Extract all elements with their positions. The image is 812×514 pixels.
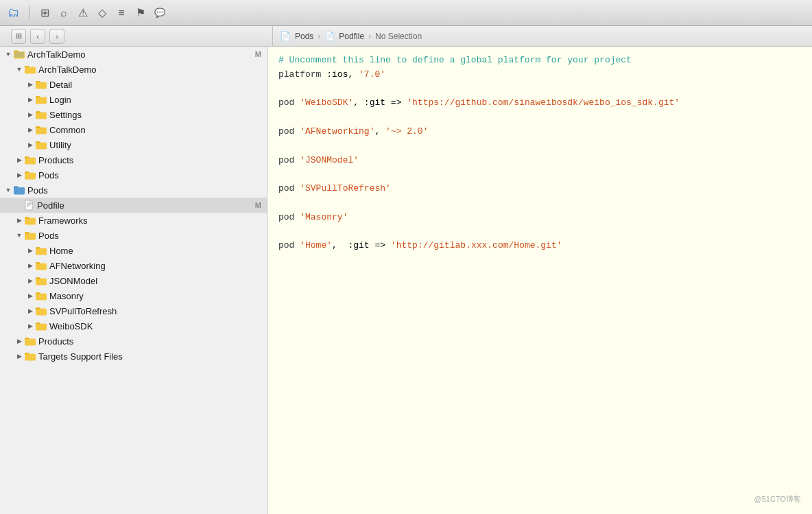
expand-arrow[interactable] [25,94,36,105]
back-button[interactable]: ‹ [30,29,45,44]
expand-arrow[interactable] [25,290,36,301]
keyword-pod5: pod [278,212,294,222]
expand-arrow[interactable] [14,351,25,362]
expand-arrow[interactable] [25,320,36,331]
svg-rect-30 [14,187,25,194]
keyword-pod2: pod [278,126,294,137]
code-line-blank-6 [278,225,801,240]
diamond-icon[interactable]: ◇ [95,6,109,20]
folder-icon [36,275,47,286]
expand-arrow[interactable] [14,64,25,75]
svg-rect-66 [25,354,36,360]
toolbar: 🗂 ⊞ ⌕ ⚠ ◇ ≡ ⚑ 💬 [0,0,812,26]
expand-arrow[interactable] [3,185,14,196]
breadcrumb-pods-label[interactable]: Pods [295,32,313,41]
sidebar-item-products1[interactable]: Products [0,152,267,167]
expand-arrow[interactable] [25,245,36,256]
root-folder-icon [14,49,25,60]
sidebar-item-targets[interactable]: Targets Support Files [0,349,267,364]
expand-arrow[interactable] [14,215,25,226]
code-line-blank-3 [278,139,801,154]
breadcrumb-podfile-icon: 📄 [324,32,335,41]
code-line-2: platform :ios, '7.0' [278,68,801,82]
sidebar-label-common: Common [49,125,261,135]
sidebar[interactable]: ArchTalkDemo M ArchTalkDemo Detail [0,47,267,514]
string-ios-version: '7.0' [359,69,385,80]
folder-icon [36,109,47,120]
svg-rect-48 [36,264,47,270]
sidebar-item-svpulltorefresh[interactable]: SVPullToRefresh [0,303,267,318]
keyword-pod1: pod [278,97,294,108]
sidebar-item-archtalkdemo-root[interactable]: ArchTalkDemo M [0,47,267,62]
sidebar-label-targets: Targets Support Files [38,351,261,362]
svg-rect-6 [25,67,36,73]
forward-button[interactable]: › [49,29,64,44]
sidebar-item-jsonmodel[interactable]: JSONModel [0,273,267,288]
svg-rect-63 [25,339,36,345]
expand-arrow[interactable] [14,230,25,241]
chat-icon[interactable]: 💬 [153,6,167,20]
sidebar-item-utility[interactable]: Utility [0,137,267,152]
svg-rect-12 [36,97,47,104]
keyword-pod6: pod [278,240,294,250]
warning-icon[interactable]: ⚠ [76,6,90,20]
sidebar-item-common[interactable]: Common [0,122,267,137]
sidebar-item-pods-group[interactable]: Pods [0,167,267,183]
expand-arrow[interactable] [25,79,36,90]
badge-podfile: M [255,201,261,209]
svg-rect-18 [36,128,47,134]
sidebar-label-products2: Products [38,336,261,347]
sidebar-item-pods-root[interactable]: Pods [0,183,267,198]
sidebar-label-settings: Settings [49,110,261,120]
svg-rect-3 [14,52,24,58]
sidebar-item-archtalkdemo-child[interactable]: ArchTalkDemo [0,62,267,77]
sidebar-item-pods-expanded[interactable]: Pods [0,228,267,243]
svg-rect-15 [36,113,47,119]
sidebar-item-settings[interactable]: Settings [0,107,267,122]
sidebar-label-home: Home [49,246,261,256]
code-line-masonry: pod 'Masonry' [278,211,801,225]
code-line-blank-2 [278,110,801,125]
breadcrumb-podfile-label[interactable]: Podfile [339,32,364,41]
sidebar-item-weibosdk[interactable]: WeiboSDK [0,318,267,334]
sidebar-item-products2[interactable]: Products [0,334,267,349]
list-icon[interactable]: ≡ [115,6,128,20]
expand-arrow[interactable] [25,260,36,271]
keyword-pod4: pod [278,183,294,194]
expand-arrow[interactable] [3,49,14,60]
string-afnetworking: 'AFNetworking' [300,126,374,137]
flag-icon[interactable]: ⚑ [134,6,147,20]
grid-icon[interactable]: ⊞ [38,6,51,20]
sidebar-item-frameworks[interactable]: Frameworks [0,213,267,228]
folder-icon [25,170,36,180]
sidebar-item-masonry[interactable]: Masonry [0,288,267,303]
expand-arrow[interactable] [14,154,25,165]
string-svpulltorefresh: 'SVPullToRefresh' [300,183,391,194]
folder-icon [36,290,47,301]
sidebar-item-detail[interactable]: Detail [0,77,267,92]
expand-arrow[interactable] [25,109,36,120]
folder-icon [25,351,36,362]
sidebar-item-login[interactable]: Login [0,92,267,107]
expand-arrow[interactable] [25,305,36,316]
expand-arrow[interactable] [14,336,25,347]
breadcrumb-sep-1: › [318,32,320,41]
expand-arrow[interactable] [14,170,25,180]
svg-rect-42 [25,233,36,240]
code-editor[interactable]: # Uncomment this line to define a global… [267,47,812,514]
grid-view-button[interactable]: ⊞ [11,29,26,44]
folder-icon[interactable]: 🗂 [7,6,21,20]
folder-icon [36,320,47,331]
expand-arrow[interactable] [25,124,36,135]
sidebar-label-archtalkdemo-child: ArchTalkDemo [38,65,261,75]
sidebar-item-afnetworking[interactable]: AFNetworking [0,258,267,273]
search-icon[interactable]: ⌕ [57,6,71,20]
sidebar-item-home[interactable]: Home [0,243,267,258]
sidebar-label-detail: Detail [49,80,261,90]
sidebar-item-podfile[interactable]: Podfile M [0,198,267,213]
expand-arrow[interactable] [25,139,36,150]
svg-rect-24 [25,158,36,164]
expand-arrow[interactable] [25,275,36,286]
sidebar-label-pods-root: Pods [27,185,261,196]
sidebar-label-utility: Utility [49,140,261,150]
